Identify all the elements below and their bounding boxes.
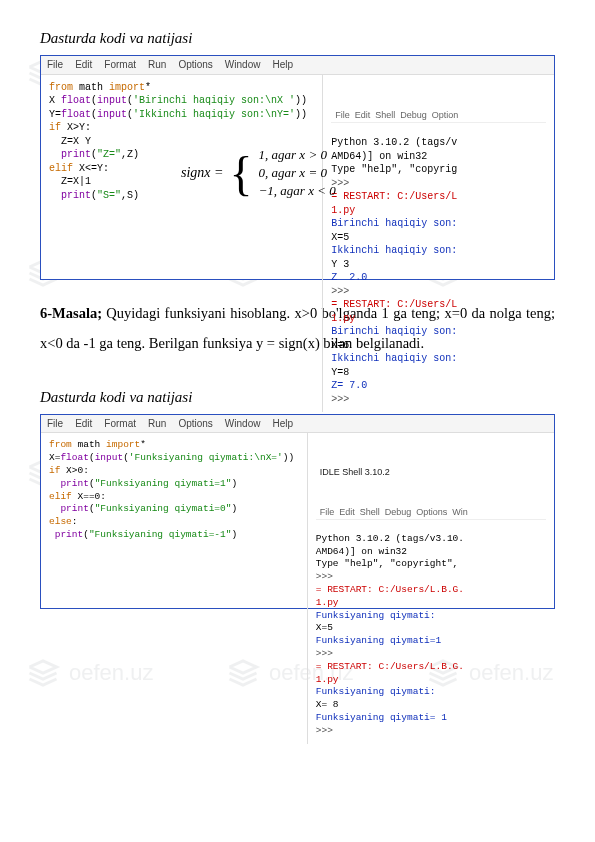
menu-help[interactable]: Help <box>272 58 293 72</box>
menu-run[interactable]: Run <box>148 58 166 72</box>
shell-title: IDLE Shell 3.10.2 <box>316 465 546 479</box>
formula-case-2: 0, agar x = 0 <box>259 164 336 182</box>
section-title-1: Dasturda kodi va natijasi <box>40 30 555 47</box>
shell-output[interactable]: File Edit Shell Debug Option Python 3.10… <box>323 75 554 413</box>
formula-lhs: signx = <box>181 164 224 183</box>
code-editor[interactable]: from math import* X=float(input('Funksiy… <box>41 433 307 548</box>
menu-options[interactable]: Options <box>178 58 212 72</box>
formula-case-1: 1, agar x > 0 <box>259 146 336 164</box>
menu-format[interactable]: Format <box>104 417 136 431</box>
screenshot-1: File Edit Format Run Options Window Help… <box>40 55 555 280</box>
menu-help[interactable]: Help <box>272 417 293 431</box>
menu-options[interactable]: Options <box>178 417 212 431</box>
brace-icon: { <box>230 152 253 195</box>
shell-output[interactable]: IDLE Shell 3.10.2 File Edit Shell Debug … <box>308 433 554 743</box>
menu-window[interactable]: Window <box>225 58 261 72</box>
shell-menubar: File Edit Shell Debug Option <box>331 108 546 123</box>
menu-file[interactable]: File <box>47 417 63 431</box>
menu-format[interactable]: Format <box>104 58 136 72</box>
shell-menubar: File Edit Shell Debug Options Win <box>316 505 546 520</box>
menu-edit[interactable]: Edit <box>75 417 92 431</box>
screenshot-2: File Edit Format Run Options Window Help… <box>40 414 555 609</box>
editor-menubar: File Edit Format Run Options Window Help <box>41 415 554 434</box>
menu-edit[interactable]: Edit <box>75 58 92 72</box>
formula-case-3: −1, agar x < 0 <box>259 182 336 200</box>
menu-file[interactable]: File <box>47 58 63 72</box>
math-formula: signx = { 1, agar x > 0 0, agar x = 0 −1… <box>181 146 336 201</box>
menu-window[interactable]: Window <box>225 417 261 431</box>
editor-menubar: File Edit Format Run Options Window Help <box>41 56 554 75</box>
menu-run[interactable]: Run <box>148 417 166 431</box>
